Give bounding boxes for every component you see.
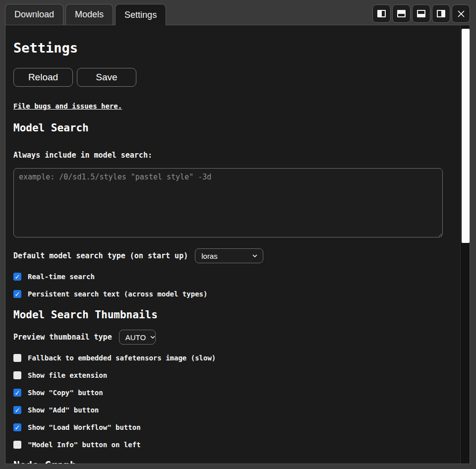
checkbox-row-fallback-safetensors[interactable]: Fallback to embedded safetensors image (…	[13, 353, 443, 362]
tab-models[interactable]: Models	[65, 4, 113, 25]
panel-bottom-icon	[417, 10, 425, 17]
action-buttons: Reload Save	[13, 68, 443, 87]
save-button[interactable]: Save	[77, 68, 136, 87]
show-load-workflow-checkbox[interactable]	[13, 423, 21, 431]
dock-bottom-button[interactable]	[412, 4, 430, 23]
model-info-left-checkbox[interactable]	[13, 441, 21, 449]
preview-thumbnail-label: Preview thumbnail type	[13, 333, 112, 341]
file-bugs-link[interactable]: File bugs and issues here.	[13, 102, 122, 110]
checkbox-label: Show "Copy" button	[28, 389, 103, 397]
dock-left-button[interactable]	[372, 4, 391, 23]
scrollbar-thumb[interactable]	[462, 29, 470, 243]
chevron-down-icon	[252, 253, 258, 259]
panel-right-icon	[437, 10, 445, 17]
preview-thumbnail-value: AUTO	[125, 333, 146, 342]
fallback-safetensors-checkbox[interactable]	[13, 354, 21, 362]
panel-left-icon	[377, 10, 386, 17]
show-add-button-checkbox[interactable]	[13, 406, 21, 414]
page-title: Settings	[13, 40, 443, 56]
settings-content: Settings Reload Save File bugs and issue…	[5, 40, 470, 464]
default-search-type-row: Default model search type (on start up) …	[13, 248, 443, 263]
window-controls	[372, 4, 470, 23]
default-search-type-select[interactable]: loras	[195, 248, 263, 263]
chevron-down-icon	[150, 334, 156, 340]
checkbox-label: Show "Add" button	[28, 406, 99, 414]
tab-download[interactable]: Download	[5, 4, 63, 25]
always-include-label: Always include in model search:	[13, 151, 443, 159]
checkbox-label: Real-time search	[28, 273, 95, 281]
thumbnails-heading: Model Search Thumbnails	[13, 308, 443, 322]
checkbox-label: Show file extension	[28, 371, 107, 379]
persistent-search-checkbox[interactable]	[13, 290, 21, 298]
checkbox-row-model-info-button-left[interactable]: "Model Info" button on left	[13, 440, 443, 449]
dock-right-button[interactable]	[432, 4, 450, 23]
show-file-extension-checkbox[interactable]	[13, 371, 21, 379]
realtime-search-checkbox[interactable]	[13, 273, 21, 281]
always-include-textarea[interactable]	[13, 168, 443, 237]
show-copy-button-checkbox[interactable]	[13, 389, 21, 397]
checkbox-label: Persistent search text (across model typ…	[28, 290, 207, 298]
checkbox-row-show-add-button[interactable]: Show "Add" button	[13, 406, 443, 414]
tab-settings[interactable]: Settings	[115, 4, 166, 25]
checkbox-row-show-load-workflow-button[interactable]: Show "Load Workflow" button	[13, 423, 443, 432]
preview-thumbnail-select[interactable]: AUTO	[119, 330, 156, 345]
settings-panel: Settings Reload Save File bugs and issue…	[5, 25, 470, 464]
checkbox-label: Show "Load Workflow" button	[28, 423, 141, 431]
scrollbar-track[interactable]	[460, 25, 470, 464]
close-button[interactable]	[452, 4, 470, 23]
default-search-type-value: loras	[201, 252, 218, 260]
checkbox-row-realtime-search[interactable]: Real-time search	[13, 272, 443, 281]
model-search-heading: Model Search	[13, 121, 443, 135]
checkbox-row-show-file-extension[interactable]: Show file extension	[13, 371, 443, 380]
reload-button[interactable]: Reload	[13, 68, 73, 87]
close-icon	[456, 9, 466, 19]
node-graph-heading: Node Graph	[13, 459, 443, 464]
checkbox-label: Fallback to embedded safetensors image (…	[28, 354, 216, 362]
default-search-type-label: Default model search type (on start up)	[13, 252, 188, 260]
panel-top-icon	[397, 10, 406, 17]
preview-thumbnail-row: Preview thumbnail type AUTO	[13, 330, 443, 345]
checkbox-row-show-copy-button[interactable]: Show "Copy" button	[13, 388, 443, 397]
checkbox-label: "Model Info" button on left	[28, 441, 141, 449]
dock-top-button[interactable]	[392, 4, 411, 23]
checkbox-row-persistent-search[interactable]: Persistent search text (across model typ…	[13, 290, 443, 298]
